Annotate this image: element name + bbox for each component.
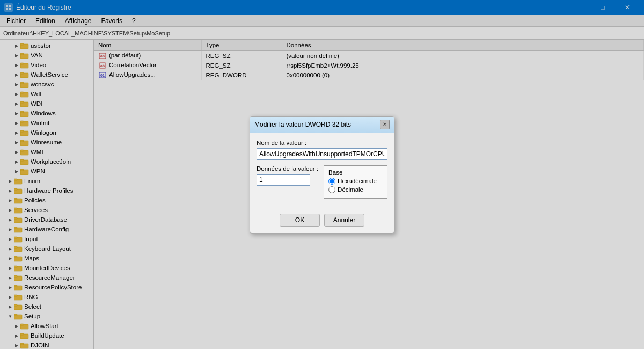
hex-radio-row: Hexadécimale <box>328 178 383 185</box>
hex-label: Hexadécimale <box>338 178 377 184</box>
cancel-button[interactable]: Annuler <box>324 214 364 227</box>
value-name-label: Nom de la valeur : <box>257 140 387 146</box>
dialog-overlay: Modifier la valeur DWORD 32 bits ✕ Nom d… <box>0 0 644 349</box>
ok-button[interactable]: OK <box>280 214 320 227</box>
value-name-input[interactable] <box>257 148 387 160</box>
dialog-value-row: Données de la valeur : Base Hexadécimale… <box>257 165 387 199</box>
dword-dialog: Modifier la valeur DWORD 32 bits ✕ Nom d… <box>250 116 394 234</box>
dec-radio-row: Décimale <box>328 186 383 193</box>
value-data-section: Données de la valeur : <box>257 165 318 199</box>
dialog-buttons: OK Annuler <box>250 210 394 233</box>
base-section: Base Hexadécimale Décimale <box>324 165 387 199</box>
dialog-titlebar: Modifier la valeur DWORD 32 bits ✕ <box>250 117 394 133</box>
dec-radio[interactable] <box>328 186 335 193</box>
dialog-close-button[interactable]: ✕ <box>380 120 390 129</box>
dec-label: Décimale <box>338 186 363 193</box>
value-data-input[interactable] <box>257 174 310 186</box>
dialog-body: Nom de la valeur : Données de la valeur … <box>250 133 394 210</box>
hex-radio[interactable] <box>328 178 335 185</box>
value-data-label: Données de la valeur : <box>257 165 318 172</box>
dialog-title: Modifier la valeur DWORD 32 bits <box>254 121 351 128</box>
base-label: Base <box>328 169 383 176</box>
